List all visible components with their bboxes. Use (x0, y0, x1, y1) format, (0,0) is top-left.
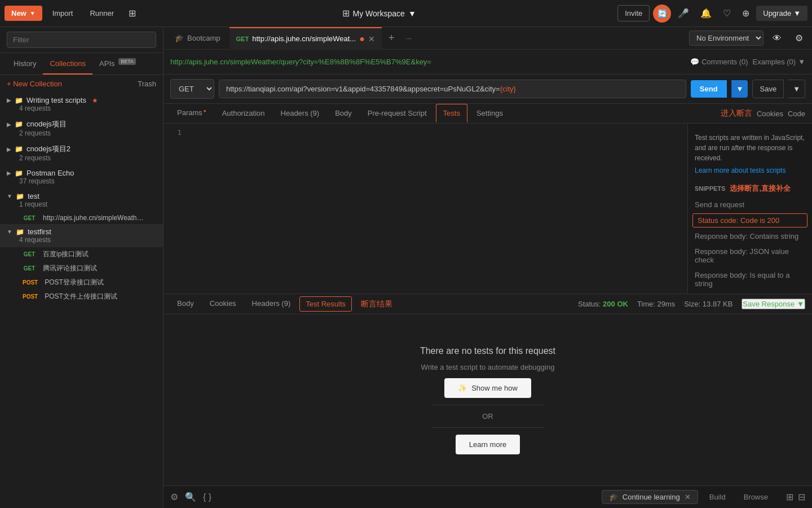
request-item-baidu[interactable]: GET 百度ip接口测试 (0, 247, 163, 261)
tab-close-icon[interactable]: ✕ (368, 34, 375, 43)
collection-writing-test[interactable]: ▶ 📁 Writing test scripts ★ 4 requests (0, 93, 163, 116)
new-button[interactable]: New ▼ (5, 6, 42, 21)
runner-button[interactable]: Runner (83, 6, 121, 21)
active-request-tab[interactable]: GET http://apis.juhe.cn/simpleWeat... ● … (230, 27, 382, 50)
collections-list: ▶ 📁 Writing test scripts ★ 4 requests ▶ … (0, 93, 163, 508)
star-icon: ★ (92, 97, 98, 104)
tests-area: 1 Test scripts are written in JavaScript… (164, 124, 812, 294)
add-tab-button[interactable]: + (384, 32, 399, 44)
line-numbers: 1 (164, 124, 186, 141)
topbar: New ▼ Import Runner ⊞ ⊞ My Workspace ▼ I… (0, 0, 812, 27)
settings-bottom-icon[interactable]: ⚙ (170, 492, 178, 502)
invite-button[interactable]: Invite (617, 5, 650, 21)
request-item-post-login[interactable]: POST POST登录接口测试 (0, 275, 163, 290)
method-badge-post: POST (20, 279, 40, 286)
upgrade-button[interactable]: Upgrade ▼ (756, 6, 807, 21)
send-dropdown-arrow[interactable]: ▼ (731, 80, 748, 98)
tab-body[interactable]: Body (328, 104, 359, 123)
editor-content[interactable] (164, 124, 687, 294)
snippet-response-body-json[interactable]: Response body: JSON value check (688, 244, 812, 268)
url-input-display[interactable]: https://tianqiapi.com/api?version=v1&app… (219, 80, 686, 98)
code-bottom-icon[interactable]: { } (203, 492, 211, 502)
save-response-button[interactable]: Save Response ▼ (742, 299, 805, 309)
time-value: 29ms (657, 300, 676, 308)
request-item[interactable]: GET http://apis.juhe.cn/simpleWeather/..… (0, 212, 163, 224)
response-area: Body Cookies Headers (9) Test Results 断言… (164, 294, 812, 485)
request-item-post-upload[interactable]: POST POST文件上传接口测试 (0, 290, 163, 304)
resp-tab-headers[interactable]: Headers (9) (245, 295, 298, 313)
collection-name: test (28, 192, 39, 200)
plus-icon[interactable]: ⊕ (738, 5, 754, 22)
eye-icon-button[interactable]: 👁 (768, 30, 786, 47)
environment-selector[interactable]: No Environment (689, 30, 764, 46)
request-item-tencent[interactable]: GET 腾讯评论接口测试 (0, 261, 163, 275)
tab-headers[interactable]: Headers (9) (274, 104, 326, 123)
url-bar: http://apis.juhe.cn/simpleWeather/query?… (164, 50, 812, 75)
resp-tab-test-results[interactable]: Test Results (299, 296, 352, 312)
collection-cnodejs1[interactable]: ▶ 📁 cnodejs项目 2 requests (0, 116, 163, 141)
status-label: Status: 200 OK (578, 300, 628, 308)
send-button[interactable]: Send (691, 80, 727, 98)
url-param: {city} (500, 85, 516, 93)
build-button[interactable]: Build (703, 491, 732, 503)
tab-tests[interactable]: Tests (436, 104, 467, 123)
collection-test[interactable]: ▼ 📁 test 1 request (0, 189, 163, 212)
more-tabs-button[interactable]: ··· (401, 34, 416, 42)
comments-link[interactable]: 💬 Comments (0) (690, 58, 748, 66)
notification-icon[interactable]: 🔔 (696, 5, 716, 22)
settings-icon-button[interactable]: ⚙ (791, 29, 807, 47)
filter-input[interactable] (7, 32, 156, 48)
save-dropdown-arrow[interactable]: ▼ (788, 80, 805, 98)
tab-pre-request[interactable]: Pre-request Script (361, 104, 434, 123)
resp-tab-cookies[interactable]: Cookies (203, 295, 243, 313)
search-bottom-icon[interactable]: 🔍 (185, 492, 196, 502)
tab-collections[interactable]: Collections (43, 54, 92, 75)
snippet-response-body-equal[interactable]: Response body: Is equal to a string (688, 268, 812, 291)
avatar-button[interactable]: 🔄 (653, 5, 671, 23)
learn-more-button[interactable]: Learn more (456, 435, 520, 454)
request-url: http://apis.juhe.cn/simpleWeather/... (43, 214, 144, 222)
continue-close-icon[interactable]: ✕ (685, 493, 691, 501)
collection-cnodejs2[interactable]: ▶ 📁 cnodejs项目2 2 requests (0, 141, 163, 165)
tab-params[interactable]: Params● (170, 104, 213, 122)
main-layout: History Collections APIs BETA + New Coll… (0, 27, 812, 508)
snippet-status-code[interactable]: Status code: Code is 200 (692, 213, 807, 227)
editor-area[interactable]: 1 (164, 124, 688, 294)
bootcamp-tab[interactable]: 🎓 Bootcamp (168, 27, 227, 50)
microphone-icon[interactable]: 🎤 (673, 5, 694, 22)
tab-apis[interactable]: APIs BETA (92, 53, 143, 75)
examples-link[interactable]: Examples (0) ▼ (753, 58, 805, 66)
method-selector[interactable]: GET POST (170, 79, 214, 99)
save-response-arrow: ▼ (797, 300, 804, 308)
new-collection-button[interactable]: + New Collection (7, 80, 62, 88)
workspace-name: My Workspace (353, 9, 405, 18)
heart-icon[interactable]: ♡ (718, 5, 735, 22)
tab-history[interactable]: History (7, 54, 43, 75)
grid-bottom-icon[interactable]: ⊟ (798, 492, 805, 502)
tab-settings[interactable]: Settings (470, 104, 510, 123)
upgrade-arrow: ▼ (793, 9, 801, 17)
collection-postman-echo[interactable]: ▶ 📁 Postman Echo 37 requests (0, 165, 163, 189)
layout-button[interactable]: ⊞ (124, 5, 140, 22)
collection-testfirst[interactable]: ▼ 📁 testfirst 4 requests (0, 224, 163, 247)
cookies-link[interactable]: Cookies (757, 110, 783, 118)
layout-bottom-icon[interactable]: ⊞ (786, 492, 793, 502)
snippets-learn-link[interactable]: Learn more about tests scripts (695, 165, 805, 176)
code-link[interactable]: Code (788, 110, 805, 118)
import-button[interactable]: Import (46, 6, 80, 21)
tab-authorization[interactable]: Authorization (215, 104, 272, 123)
snippet-send-request[interactable]: Send a request (688, 197, 812, 212)
workspace-selector[interactable]: ⊞ My Workspace ▼ (144, 8, 614, 19)
resp-tab-body[interactable]: Body (170, 295, 201, 313)
snippet-response-body-string[interactable]: Response body: Contains string (688, 229, 812, 244)
continue-learning-button[interactable]: 🎓 Continue learning ✕ (602, 490, 698, 504)
snippet-response-headers[interactable]: Response headers: Content-Type header ch… (688, 291, 812, 294)
browse-button[interactable]: Browse (737, 491, 775, 503)
save-button[interactable]: Save (752, 80, 784, 98)
arrow-icon: ▼ (7, 193, 12, 199)
or-divider (431, 405, 544, 405)
trash-button[interactable]: Trash (138, 80, 156, 88)
upgrade-label: Upgrade (763, 9, 791, 17)
collection-name: cnodejs项目2 (27, 144, 70, 154)
show-me-how-button[interactable]: ✨ Show me how (444, 378, 531, 398)
